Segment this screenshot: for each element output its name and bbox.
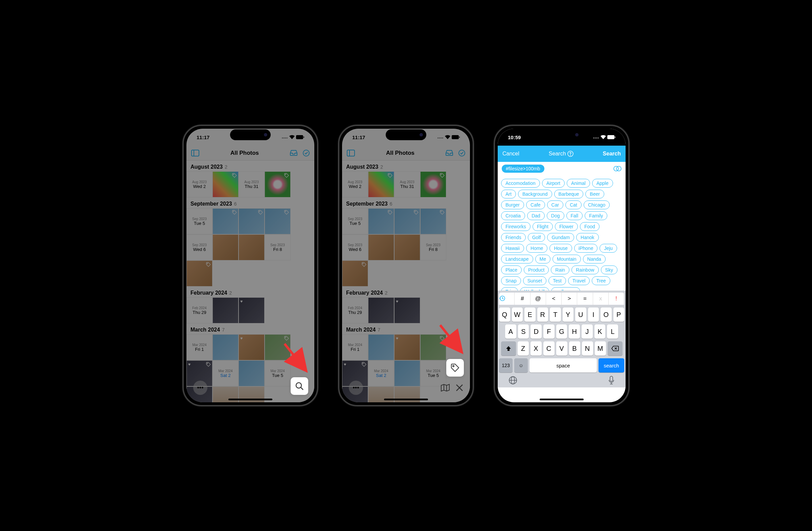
tag-pill[interactable]: iPhone [574,244,598,253]
key-X[interactable]: X [531,341,542,355]
map-icon[interactable] [441,384,450,392]
tag-pill[interactable]: Walkerhill [520,287,549,291]
photo-thumbnail[interactable] [368,297,394,323]
space-key[interactable]: space [530,358,597,373]
key-C[interactable]: C [543,341,554,355]
tag-pill[interactable]: Gundam [547,233,574,242]
select-icon[interactable] [459,150,465,156]
tag-pill[interactable]: House [549,244,572,253]
photo-thumbnail[interactable] [213,171,238,197]
photo-thumbnail[interactable] [368,234,394,261]
photo-thumbnail[interactable] [368,208,394,234]
mic-icon[interactable] [608,376,615,385]
photo-thumbnail[interactable] [342,261,368,287]
key-U[interactable]: U [575,307,586,322]
date-cell[interactable]: Sep 2023Wed 6 [186,234,213,261]
date-cell[interactable]: Feb 2024Thu 29 [186,297,213,323]
photo-thumbnail[interactable] [213,334,238,360]
tag-pill[interactable]: Travel [568,276,590,285]
tag-pill[interactable]: Test [548,276,566,285]
eq-shortcut[interactable]: = [577,293,593,305]
date-cell[interactable]: Sep 2023Tue 5 [342,208,368,234]
key-G[interactable]: G [556,324,567,339]
x-shortcut[interactable]: x [593,293,609,305]
tag-pill[interactable]: Chicago [584,200,610,209]
history-shortcut[interactable] [499,293,514,305]
tag-pill[interactable]: Cat [565,200,582,209]
shift-key[interactable] [501,341,516,355]
tag-pill[interactable]: Food [580,222,599,231]
photo-thumbnail[interactable] [213,297,238,323]
key-W[interactable]: W [512,307,523,322]
search-fab[interactable] [291,377,308,395]
tag-pill[interactable]: Cafe [526,200,545,209]
photo-thumbnail[interactable] [238,234,264,261]
key-R[interactable]: R [537,307,548,322]
more-button[interactable]: ••• [349,381,363,395]
key-P[interactable]: P [613,307,625,322]
tag-pill[interactable]: Dad [527,211,545,220]
photo-thumbnail[interactable] [420,208,446,234]
tag-pill[interactable]: Family [585,211,607,220]
photo-thumbnail[interactable] [238,208,264,234]
photo-thumbnail[interactable] [186,261,213,287]
tag-pill[interactable]: Fireworks [501,222,531,231]
key-B[interactable]: B [569,341,580,355]
tag-pill[interactable]: Flower [555,222,578,231]
home-indicator[interactable] [384,399,428,400]
date-cell[interactable]: Sep 2023Wed 6 [342,234,368,261]
more-button[interactable]: ••• [193,381,207,395]
photo-thumbnail[interactable] [238,360,264,387]
inbox-icon[interactable] [446,150,453,156]
tag-pill[interactable]: Tree [592,276,610,285]
tag-pill[interactable]: Friends [501,233,526,242]
close-icon[interactable] [456,384,463,391]
date-cell[interactable]: Sep 2023Fri 8 [264,234,291,261]
home-indicator[interactable] [540,399,584,400]
key-O[interactable]: O [600,307,612,322]
search-input-row[interactable]: #filesize>100mb [498,162,626,176]
photo-thumbnail[interactable] [368,334,394,360]
photo-thumbnail[interactable] [264,334,291,360]
numbers-key[interactable]: 123 [499,358,512,373]
hash-shortcut[interactable]: # [514,293,530,305]
tag-pill[interactable]: Landscape [501,255,533,264]
home-indicator[interactable] [228,399,272,400]
tag-pill[interactable]: Snap [501,276,521,285]
key-F[interactable]: F [543,324,554,339]
key-K[interactable]: K [594,324,606,339]
date-cell[interactable]: Aug 2023Wed 2 [186,171,213,197]
tag-pill[interactable]: Burger [501,200,524,209]
tag-pill[interactable]: Background [518,190,552,198]
key-L[interactable]: L [607,324,618,339]
filter-mode-icon[interactable] [613,166,622,172]
key-E[interactable]: E [524,307,536,322]
tag-pill[interactable]: Me [535,255,550,264]
photo-thumbnail[interactable]: ♥ [394,297,420,323]
globe-icon[interactable] [508,376,517,385]
key-A[interactable]: A [505,324,516,339]
key-T[interactable]: T [550,307,561,322]
date-cell[interactable]: Mar 2024Fri 1 [186,334,213,360]
key-Q[interactable]: Q [499,307,510,322]
tag-pill[interactable]: Hawaii [501,244,524,253]
photo-thumbnail[interactable] [368,171,394,197]
photo-grid-1[interactable]: August 20232Aug 2023Wed 2Aug 2023Thu 31S… [186,160,314,402]
key-I[interactable]: I [588,307,599,322]
tag-pill[interactable]: Home [526,244,548,253]
search-token[interactable]: #filesize>100mb [502,165,545,173]
photo-thumbnail[interactable] [213,208,238,234]
tag-pill[interactable]: Golf [528,233,546,242]
date-cell[interactable]: Feb 2024Thu 29 [342,297,368,323]
tag-pill[interactable]: Apple [592,179,613,187]
photo-thumbnail[interactable] [264,171,291,197]
bang-shortcut[interactable]: ! [609,293,624,305]
tag-pill[interactable]: Place [501,266,522,274]
backspace-key[interactable] [608,341,623,355]
photo-thumbnail[interactable] [420,334,446,360]
photo-thumbnail[interactable] [213,234,238,261]
tag-pill[interactable]: Fall [566,211,583,220]
date-cell[interactable]: Aug 2023Thu 31 [238,171,264,197]
key-Z[interactable]: Z [518,341,529,355]
photo-thumbnail[interactable] [394,208,420,234]
